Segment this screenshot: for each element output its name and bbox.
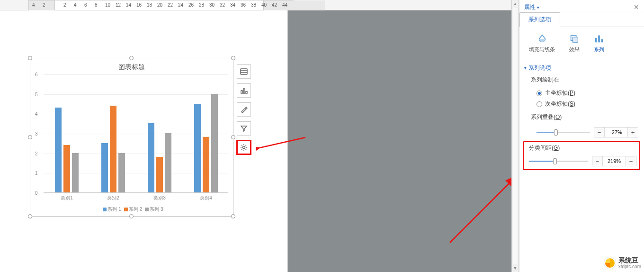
bar-series3[interactable] [118, 153, 125, 192]
scroll-up-button[interactable]: ▲ [512, 0, 519, 8]
series-overlap-input[interactable] [605, 129, 627, 135]
gap-width-label: 分类间距(G) [527, 144, 636, 154]
radio-icon [537, 101, 542, 107]
svg-rect-13 [601, 39, 603, 42]
tab-label: 系列 [594, 46, 604, 53]
scroll-down-button[interactable]: ▼ [512, 264, 519, 272]
watermark-url: xtdptc.com [618, 264, 641, 269]
bar-series2[interactable] [203, 137, 209, 192]
chart-x-axis-labels: 类别1类别2类别3类别4 [44, 195, 228, 201]
watermark-brand: 系统豆 [618, 256, 638, 264]
section-series-options[interactable]: 系列选项 [519, 62, 644, 74]
resize-handle[interactable] [28, 135, 32, 139]
tab-effects[interactable]: 效果 [569, 34, 580, 53]
resize-handle[interactable] [129, 56, 134, 60]
legend-swatch [124, 208, 128, 211]
gap-width-control: − + [527, 154, 636, 167]
legend-swatch [145, 208, 149, 211]
y-tick: 3 [35, 131, 38, 136]
increment-button[interactable]: + [627, 127, 638, 137]
series-overlap-spinner: − + [594, 127, 638, 137]
resize-handle[interactable] [28, 214, 32, 218]
legend-label[interactable]: 系列 2 [129, 207, 142, 212]
y-tick: 2 [35, 151, 38, 156]
svg-line-8 [450, 176, 516, 243]
bar-series1[interactable] [101, 143, 108, 192]
resize-handle[interactable] [231, 135, 235, 139]
bar-series1[interactable] [194, 104, 201, 193]
svg-point-6 [243, 146, 245, 149]
ruler-tick: 2 [63, 2, 66, 8]
chart-object[interactable]: 图表标题 0123456 类别1类别2类别3类别4 系列 1系列 2系列 3 [30, 58, 233, 217]
tab-series[interactable]: 系列 [594, 34, 604, 53]
increment-button[interactable]: + [626, 156, 636, 166]
series-plot-on-label: 系列绘制在 [519, 74, 644, 86]
scroll-track[interactable] [513, 8, 518, 264]
vertical-scrollbar[interactable]: ▲ ▼ [511, 0, 519, 272]
bar-series3[interactable] [165, 133, 171, 192]
close-icon[interactable]: ✕ [634, 3, 639, 11]
tab-label: 效果 [569, 46, 580, 53]
chart-type-button[interactable] [237, 83, 251, 98]
bar-series1[interactable] [148, 123, 154, 192]
chart-title[interactable]: 图表标题 [30, 63, 233, 72]
decrement-button[interactable]: − [594, 127, 605, 137]
ruler-tick: 28 [199, 2, 204, 8]
page: 图表标题 0123456 类别1类别2类别3类别4 系列 1系列 2系列 3 [0, 10, 288, 272]
ruler-tick: 16 [136, 2, 142, 8]
x-tick-label: 类别2 [107, 195, 119, 201]
ruler-tick: 26 [188, 2, 194, 8]
svg-rect-3 [241, 91, 242, 93]
filter-button[interactable] [237, 121, 251, 136]
y-tick: 6 [35, 72, 38, 77]
bar-series2[interactable] [110, 106, 116, 192]
radio-primary-axis[interactable]: 主坐标轴(P) [531, 88, 638, 99]
ruler-tick: 6 [84, 2, 87, 8]
y-tick: 0 [35, 190, 38, 196]
resize-handle[interactable] [129, 214, 134, 218]
series-overlap-label: 系列重叠(O) [519, 111, 644, 123]
svg-rect-0 [241, 69, 247, 74]
y-tick: 1 [35, 171, 38, 176]
document-canvas: 图表标题 0123456 类别1类别2类别3类别4 系列 1系列 2系列 3 [0, 10, 511, 272]
gap-width-slider[interactable] [529, 157, 588, 165]
gap-width-spinner: − + [592, 156, 636, 166]
bar-series2[interactable] [156, 157, 163, 192]
ruler-tick: 4 [74, 2, 77, 8]
ruler-tick: 44 [282, 2, 287, 8]
radio-secondary-axis[interactable]: 次坐标轴(S) [531, 99, 638, 109]
tab-fill-and-line[interactable]: 填充与线条 [529, 34, 555, 53]
chart-legend[interactable]: 系列 1系列 2系列 3 [30, 206, 233, 213]
style-brush-button[interactable] [237, 102, 251, 117]
settings-button[interactable] [237, 140, 251, 154]
ruler-tick: 38 [251, 2, 256, 8]
chart-elements-button[interactable] [237, 64, 251, 79]
gap-width-input[interactable] [603, 158, 626, 164]
ruler-tick: 32 [220, 2, 225, 8]
svg-rect-5 [246, 91, 247, 93]
chart-plot-area[interactable]: 0123456 [44, 74, 228, 193]
panel-tabs: 系列选项 [519, 12, 644, 27]
panel-title[interactable]: 属性 [524, 3, 539, 11]
horizontal-ruler: 4224681012141618202224262830323436384042… [0, 0, 511, 10]
bar-series3[interactable] [72, 153, 79, 192]
legend-label[interactable]: 系列 3 [150, 207, 163, 212]
svg-rect-10 [572, 37, 578, 42]
annotation-arrow [445, 172, 521, 247]
ruler-tick: 10 [105, 2, 110, 8]
legend-label[interactable]: 系列 1 [107, 207, 121, 212]
series-overlap-slider[interactable] [537, 128, 590, 136]
ruler-inner: 4224681012141618202224262830323436384042… [28, 0, 294, 10]
tab-series-options[interactable]: 系列选项 [519, 12, 560, 27]
decrement-button[interactable]: − [592, 156, 603, 166]
bar-series2[interactable] [63, 145, 70, 192]
watermark-logo-icon [604, 257, 616, 269]
resize-handle[interactable] [28, 56, 32, 60]
ruler-tick: 4 [32, 2, 35, 8]
bar-series3[interactable] [211, 94, 218, 192]
ruler-tick: 42 [272, 2, 277, 8]
bar-series1[interactable] [55, 108, 62, 192]
resize-handle[interactable] [231, 214, 235, 218]
resize-handle[interactable] [231, 56, 235, 60]
ruler-tick: 22 [168, 2, 173, 8]
